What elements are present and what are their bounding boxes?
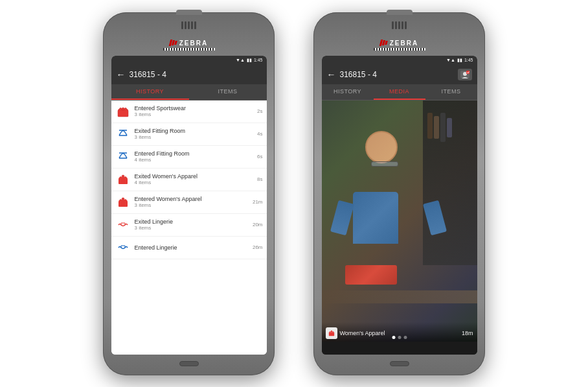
svg-rect-8 xyxy=(119,201,128,207)
battery-icon-1: ▮▮ xyxy=(247,58,252,63)
header-title-1: 316815 - 4 xyxy=(130,70,262,79)
list-item[interactable]: Entered Fitting Room 4 items 6s xyxy=(111,146,267,169)
back-button-2[interactable]: ← xyxy=(327,69,336,80)
person-body xyxy=(353,192,398,244)
home-button-2[interactable] xyxy=(390,361,409,366)
caption-left: Women's Apparel xyxy=(326,327,385,339)
device-2: ZEBRA ▼▲ ▮▮ 1:45 ← 316815 - 4 xyxy=(313,12,485,375)
item-icon-6 xyxy=(115,217,131,233)
dot-indicators xyxy=(392,336,407,339)
item-sub-5: 3 items xyxy=(135,202,249,208)
screen-1: ▼▲ ▮▮ 1:45 ← 316815 - 4 HISTORY ITEMS xyxy=(111,56,267,355)
item-sub-2: 3 items xyxy=(135,134,254,140)
item-sub-4: 4 items xyxy=(135,180,254,185)
red-items xyxy=(345,265,397,285)
screen-2: ▼▲ ▮▮ 1:45 ← 316815 - 4 HISTORY ME xyxy=(322,56,477,355)
time-1: 1:45 xyxy=(254,58,263,62)
item-icon-7 xyxy=(115,240,131,255)
tab-history-1[interactable]: HISTORY xyxy=(111,84,189,100)
dot-3 xyxy=(403,336,407,339)
list-item[interactable]: Exited Lingerie 3 items 20m xyxy=(111,214,267,237)
header-title-2: 316815 - 4 xyxy=(340,70,454,79)
list-item[interactable]: Exited Fitting Room 3 items 4s xyxy=(111,123,267,146)
list-item[interactable]: Entered Lingerie 26m xyxy=(111,237,267,259)
item-sub-6: 3 items xyxy=(135,225,249,231)
item-sub-1: 3 items xyxy=(135,111,254,117)
status-bar-1: ▼▲ ▮▮ 1:45 xyxy=(111,56,267,65)
person-icon-btn[interactable] xyxy=(458,69,472,80)
item-time-5: 21m xyxy=(253,199,263,205)
item-icon-4 xyxy=(115,172,131,187)
wifi-icon-1: ▼▲ xyxy=(236,58,245,62)
caption-time: 18m xyxy=(462,330,473,336)
media-content: Women's Apparel 18m xyxy=(322,100,477,355)
barcode-2 xyxy=(374,48,425,51)
history-list: Entered Sportswear 3 items 2s Exited Fit xyxy=(111,100,267,355)
svg-rect-6 xyxy=(119,178,128,184)
item-title-3: Entered Fitting Room xyxy=(135,150,254,157)
wifi-icon-2: ▼▲ xyxy=(446,58,455,62)
app-header-2: ← 316815 - 4 xyxy=(322,65,477,84)
item-info-7: Entered Lingerie xyxy=(135,244,249,251)
tabs-1: HISTORY ITEMS xyxy=(111,84,267,100)
dot-2 xyxy=(398,336,401,339)
item-time-2: 4s xyxy=(257,131,262,137)
svg-rect-1 xyxy=(122,108,124,110)
item-info-5: Entered Women's Apparel 3 items xyxy=(135,196,249,208)
time-2: 1:45 xyxy=(464,58,473,62)
item-title-4: Exited Women's Apparel xyxy=(135,173,254,180)
item-title-6: Exited Lingerie xyxy=(135,218,249,225)
zebra-logo-2: ZEBRA xyxy=(374,40,425,51)
item-time-6: 20m xyxy=(253,222,263,228)
item-icon-5 xyxy=(115,194,131,210)
tab-history-2[interactable]: HISTORY xyxy=(322,84,374,100)
tab-items-1[interactable]: ITEMS xyxy=(189,84,267,100)
caption-location: Women's Apparel xyxy=(340,330,385,336)
device-bottom-2 xyxy=(319,357,480,370)
antenna-2 xyxy=(387,10,413,15)
svg-rect-19 xyxy=(328,332,334,335)
list-item[interactable]: Entered Women's Apparel 3 items 21m xyxy=(111,191,267,214)
item-title-7: Entered Lingerie xyxy=(135,244,249,251)
item-title-1: Entered Sportswear xyxy=(135,105,254,111)
item-icon-3 xyxy=(115,149,131,165)
top-grip-2 xyxy=(392,21,407,29)
item-time-4: 8s xyxy=(257,176,262,182)
item-info-1: Entered Sportswear 3 items xyxy=(135,105,254,117)
svg-point-9 xyxy=(122,198,124,200)
tab-items-2[interactable]: ITEMS xyxy=(425,84,477,100)
dot-1 xyxy=(392,336,395,339)
counter xyxy=(322,290,477,303)
battery-icon-2: ▮▮ xyxy=(457,58,462,63)
list-item[interactable]: Entered Sportswear 3 items 2s xyxy=(111,100,267,123)
item-info-4: Exited Women's Apparel 4 items xyxy=(135,173,254,185)
antenna-1 xyxy=(176,10,202,15)
item-time-1: 2s xyxy=(257,108,262,114)
tab-media-2[interactable]: MEDIA xyxy=(374,84,425,100)
item-icon-1 xyxy=(115,104,131,119)
item-title-2: Exited Fitting Room xyxy=(135,128,254,134)
list-item[interactable]: Exited Women's Apparel 4 items 8s xyxy=(111,169,267,191)
media-bottom-bar xyxy=(322,342,477,355)
back-button-1[interactable]: ← xyxy=(117,69,126,80)
svg-point-20 xyxy=(330,330,332,331)
barcode-1 xyxy=(163,48,215,51)
device-bottom-1 xyxy=(108,357,269,370)
caption-icon xyxy=(326,327,337,339)
tabs-2: HISTORY MEDIA ITEMS xyxy=(322,84,477,100)
svg-point-7 xyxy=(122,175,124,178)
person-glasses xyxy=(371,161,398,167)
media-photo: Women's Apparel 18m xyxy=(322,100,477,355)
item-sub-3: 4 items xyxy=(135,157,254,163)
status-bar-2: ▼▲ ▮▮ 1:45 xyxy=(322,56,477,65)
svg-rect-0 xyxy=(118,110,128,117)
item-title-5: Entered Women's Apparel xyxy=(135,196,249,202)
item-time-7: 26m xyxy=(253,244,263,250)
app-header-1: ← 316815 - 4 xyxy=(111,65,267,84)
item-icon-2 xyxy=(115,126,131,142)
item-info-2: Exited Fitting Room 3 items xyxy=(135,128,254,140)
person-head xyxy=(365,131,398,163)
top-grip-1 xyxy=(181,21,196,29)
item-info-6: Exited Lingerie 3 items xyxy=(135,218,249,231)
home-button-1[interactable] xyxy=(179,361,199,366)
